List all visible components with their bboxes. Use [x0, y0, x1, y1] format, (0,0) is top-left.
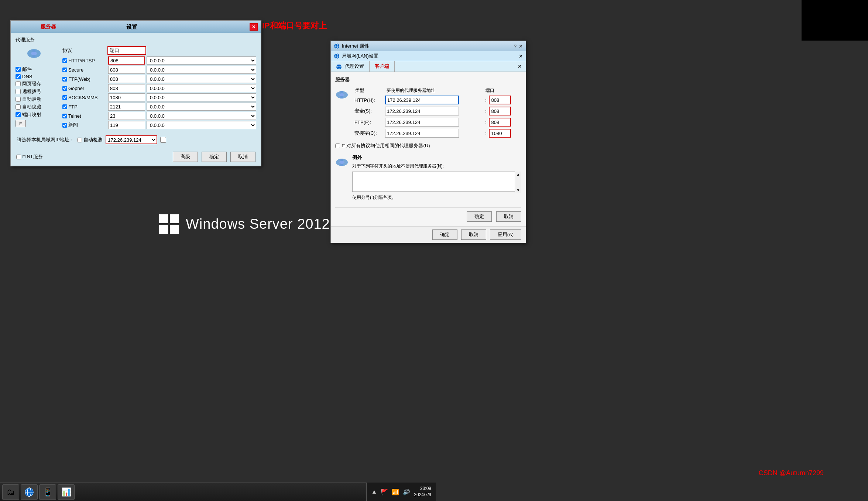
settings-bottom-bar: □ NT服务 高级 确定 取消	[11, 148, 261, 166]
row-ftp: FTP 0.0.0.0	[62, 103, 256, 111]
tab-proxy-settings[interactable]: 代理设置	[331, 61, 370, 72]
lan-settings-bar: 局域网(LAN)设置 ✕	[331, 51, 526, 61]
tray-arrow-icon[interactable]: ▲	[371, 488, 377, 495]
ip-address-combo[interactable]: 172.26.239.124	[106, 135, 157, 144]
col-type-header: 类型	[352, 87, 384, 94]
svg-rect-0	[159, 214, 168, 223]
lan-icon	[334, 53, 340, 59]
advanced-button[interactable]: 高级	[173, 152, 198, 162]
auto-detect-label[interactable]: 自动检测	[77, 137, 103, 143]
proxy-ip-secure[interactable]	[385, 107, 459, 115]
ip-combo-check[interactable]	[160, 137, 166, 143]
ip-news[interactable]: 0.0.0.0	[147, 121, 256, 129]
tray-network-icon: 📶	[392, 488, 399, 495]
port-secure[interactable]	[108, 66, 145, 74]
port-http[interactable]	[108, 56, 145, 65]
ip-ftp[interactable]: 0.0.0.0	[147, 103, 256, 111]
taskbar-mobile[interactable]: 📱	[39, 484, 56, 500]
system-tray: ▲ 🚩 📶 🔊 23:09 2024/7/9	[366, 483, 436, 501]
port-telnet[interactable]	[108, 112, 145, 120]
ip-ftpweb[interactable]: 0.0.0.0	[147, 75, 256, 83]
port-news[interactable]	[108, 121, 145, 129]
port-socks[interactable]	[108, 93, 145, 101]
proxy-row-ftp: FTP(F): :	[352, 117, 521, 128]
internet-explorer-icon	[334, 43, 340, 49]
proxy-server-icon	[335, 88, 349, 103]
proxy-server-table: 类型 要使用的代理服务器地址 端口 HTTP(H): :	[352, 87, 521, 139]
ip-socks[interactable]: 0.0.0.0	[147, 93, 256, 101]
ie-ok-button[interactable]: 确定	[432, 229, 457, 240]
exception-section: 例外 对于下列字符开头的地址不使用代理服务器(N): ▲ ▼ 使用分号(;)分隔…	[335, 154, 521, 201]
check-webcache[interactable]: 网页缓存	[16, 80, 41, 87]
settings-title-left: 服务器	[41, 24, 56, 30]
col-address-header: 要使用的代理服务器地址	[384, 87, 483, 94]
proxy-ip-ftp[interactable]	[385, 118, 459, 127]
proxy-type-secure: 安全(S):	[352, 106, 384, 117]
check-portmap[interactable]: 端口映射	[16, 111, 41, 118]
proxy-ip-http[interactable]	[385, 96, 459, 104]
taskbar-monitor[interactable]: 📊	[58, 484, 75, 500]
mobile-icon: 📱	[43, 487, 53, 497]
proxy-service-label: 代理服务	[16, 37, 256, 43]
port-ftp[interactable]	[108, 103, 145, 111]
check-email[interactable]: 邮件	[16, 66, 32, 73]
nt-service-label[interactable]: □ NT服务	[16, 153, 43, 160]
cancel-button[interactable]: 取消	[230, 152, 255, 162]
proxy-port-secure[interactable]	[489, 107, 511, 115]
settings-body: 代理服务 邮件	[11, 33, 261, 148]
protocol-table-area: 协议 端口 HTTP/RTSP 0.0.0.0 Secure 0	[62, 46, 256, 130]
internet-props-dialog: Internet 属性 ? ✕ 局域网(LAN)设置 ✕	[330, 41, 526, 243]
proxy-port-ftp[interactable]	[489, 118, 511, 127]
ip-gopher[interactable]: 0.0.0.0	[147, 84, 256, 92]
ie-apply-button[interactable]: 应用(A)	[490, 229, 521, 240]
check-dns[interactable]: DNS	[16, 74, 32, 79]
port-gopher[interactable]	[108, 84, 145, 92]
ip-secure[interactable]: 0.0.0.0	[147, 66, 256, 74]
taskbar: 🗂 📱 📊 ▲ 🚩 📶 🔊 23:09 2024/7/9	[0, 483, 436, 501]
check-autostart[interactable]: 自动启动	[16, 96, 41, 103]
proxy-port-socket[interactable]	[489, 129, 511, 138]
taskbar-browser[interactable]	[21, 484, 38, 500]
taskbar-file-manager[interactable]: 🗂	[2, 484, 19, 500]
browser-icon	[24, 487, 34, 497]
check-autohide[interactable]: 自动隐藏	[16, 104, 41, 110]
textarea-scrollbar[interactable]: ▲ ▼	[515, 172, 521, 193]
exception-textarea[interactable]	[352, 172, 521, 192]
settings-close-button[interactable]: ✕	[250, 23, 258, 31]
port-ftpweb[interactable]	[108, 75, 145, 83]
ok-button[interactable]: 确定	[202, 152, 227, 162]
proxy-ip-socket[interactable]	[385, 129, 459, 138]
same-proxy-checkbox[interactable]	[335, 144, 340, 148]
proxy-cancel-button[interactable]: 取消	[496, 211, 521, 222]
windows-logo: Windows Server 2012 R2	[159, 214, 353, 234]
ip-http[interactable]: 0.0.0.0	[147, 56, 256, 65]
col-protocol-header: 协议	[62, 47, 106, 54]
monitor-icon: 📊	[61, 487, 71, 497]
ip-telnet[interactable]: 0.0.0.0	[147, 112, 256, 120]
tab-client[interactable]: 客户端	[370, 61, 395, 72]
ie-bottom-buttons: 确定 取消 应用(A)	[331, 226, 526, 243]
proxy-type-http: HTTP(H):	[352, 94, 384, 106]
tray-flag-icon: 🚩	[381, 488, 388, 495]
same-proxy-row[interactable]: □ 对所有协议均使用相同的代理服务器(U)	[335, 142, 521, 149]
col-port-header: 端口	[483, 87, 521, 94]
ie-help-button[interactable]: ?	[514, 44, 517, 49]
annotation-text: IP和端口号要对上	[262, 20, 327, 31]
row-news: 新闻 0.0.0.0	[62, 121, 256, 129]
ip-select-label: 请选择本机局域网IP地址：	[17, 137, 74, 143]
ie-close-button[interactable]: ✕	[519, 44, 523, 49]
lan-close-button[interactable]: ✕	[519, 53, 523, 59]
tray-volume-icon: 🔊	[403, 488, 410, 495]
proxy-port-http[interactable]	[489, 96, 511, 104]
check-dialup[interactable]: 远程拨号	[16, 88, 41, 95]
row-ftpweb: FTP(Web) 0.0.0.0	[62, 75, 256, 83]
ie-cancel-button[interactable]: 取消	[461, 229, 486, 240]
proxy-tab-close[interactable]: ✕	[514, 62, 526, 71]
svg-rect-3	[170, 225, 179, 234]
action-buttons: 高级 确定 取消	[173, 152, 255, 162]
settings-dialog: 服务器 设置 ✕ 代理服务	[10, 20, 261, 166]
exception-note: 使用分号(;)分隔各项。	[352, 194, 521, 201]
e-badge-button[interactable]: E	[16, 120, 26, 127]
proxy-ok-button[interactable]: 确定	[467, 211, 492, 222]
clock[interactable]: 23:09 2024/7/9	[414, 486, 431, 498]
